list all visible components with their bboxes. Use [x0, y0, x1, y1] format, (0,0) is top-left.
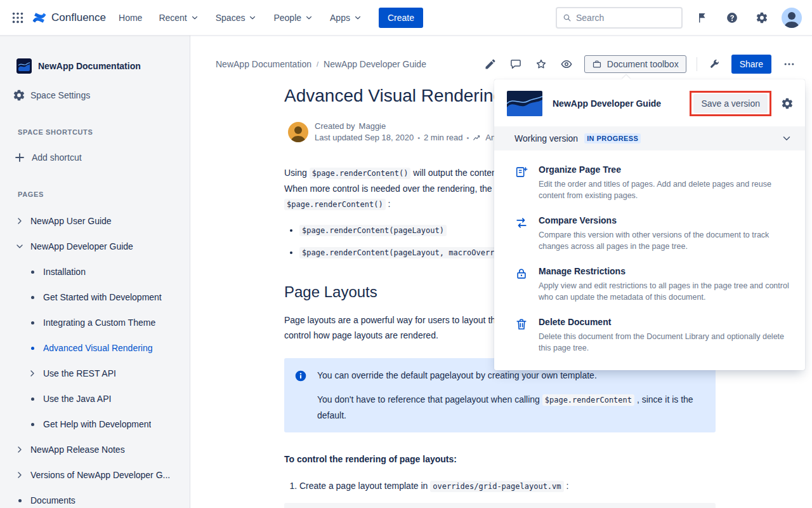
- bullet-icon: [27, 423, 38, 426]
- sidebar-item-get-started-with-development[interactable]: Get Started with Development: [0, 284, 190, 310]
- step-item: Create a page layout template in overrid…: [299, 478, 716, 494]
- sidebar-item-integrating-a-custom-theme[interactable]: Integrating a Custom Theme: [0, 310, 190, 335]
- pencil-icon: [484, 58, 497, 70]
- nav-people[interactable]: People: [273, 13, 313, 23]
- sidebar-item-documents[interactable]: Documents: [0, 488, 190, 508]
- space-shortcuts-header: SPACE SHORTCUTS: [0, 128, 190, 136]
- brand-name: Confluence: [51, 11, 106, 24]
- trash-icon: [514, 317, 528, 354]
- settings-button[interactable]: [752, 8, 772, 28]
- document-toolbox-button[interactable]: Document toolbox: [584, 55, 686, 73]
- addon-tool-button[interactable]: [707, 57, 721, 71]
- author-link[interactable]: Maggie: [359, 121, 386, 132]
- star-icon: [535, 58, 547, 70]
- app-switcher-button[interactable]: [8, 8, 28, 28]
- flag-icon: [696, 11, 709, 24]
- add-shortcut-link[interactable]: Add shortcut: [0, 145, 190, 170]
- page-tree: NewApp User Guide NewApp Developer Guide…: [0, 208, 190, 508]
- watch-button[interactable]: [559, 57, 574, 72]
- chevron-down-icon: [14, 241, 25, 251]
- inline-code: $page.renderContent(pageLayout, macroOve…: [299, 247, 520, 258]
- byline-meta: Created by Maggie Last updated Sep 18, 2…: [315, 121, 518, 144]
- sidebar-item-installation[interactable]: Installation: [0, 259, 190, 284]
- page-toolbar: NewApp Documentation / NewApp Developer …: [190, 36, 812, 74]
- search-box[interactable]: [556, 7, 683, 29]
- save-a-version-button[interactable]: Save a version: [693, 94, 768, 113]
- page-tree-icon: [514, 164, 528, 201]
- help-icon: [726, 11, 738, 24]
- comment-icon: [509, 58, 522, 70]
- code-block: 1 $grids.setup( ## Define styling inform…: [284, 503, 716, 508]
- nav-home[interactable]: Home: [119, 13, 142, 23]
- toolbox-item-delete-document[interactable]: Delete Document Delete this document fro…: [514, 317, 792, 354]
- inline-code: $page.renderContent(): [310, 168, 411, 179]
- popup-document-title: NewApp Developer Guide: [553, 98, 661, 109]
- user-avatar[interactable]: [782, 8, 802, 28]
- help-button[interactable]: [722, 8, 742, 28]
- popup-header: NewApp Developer Guide Save a version: [494, 79, 805, 126]
- wrench-icon: [709, 58, 720, 70]
- space-logo-icon: [16, 58, 32, 74]
- breadcrumb-space-link[interactable]: NewApp Documentation: [216, 59, 311, 69]
- more-actions-button[interactable]: [782, 57, 797, 72]
- edit-button[interactable]: [483, 57, 498, 72]
- sidebar-item-advanced-visual-rendering[interactable]: Advanced Visual Rendering: [0, 335, 190, 361]
- compare-icon: [514, 215, 528, 252]
- primary-nav: Home Recent Spaces People Apps: [119, 13, 362, 23]
- gear-icon: [13, 89, 25, 102]
- bullet-icon: [27, 296, 38, 299]
- sidebar-item-use-the-java-api[interactable]: Use the Java API: [0, 386, 190, 411]
- sidebar-item-newapp-developer-guide[interactable]: NewApp Developer Guide: [0, 234, 190, 259]
- inline-code: overrides/grid-pagelayout.vm: [430, 481, 563, 492]
- breadcrumb: NewApp Documentation / NewApp Developer …: [216, 59, 426, 69]
- chevron-down-icon: [304, 13, 313, 22]
- status-badge: IN PROGRESS: [584, 133, 641, 144]
- inline-code: $page.renderContent(pageLayout): [299, 225, 447, 236]
- annotation-highlight-box: Save a version: [690, 91, 771, 116]
- space-settings-link[interactable]: Space Settings: [0, 83, 190, 108]
- lock-icon: [514, 266, 528, 303]
- nav-recent[interactable]: Recent: [159, 13, 199, 23]
- nav-apps[interactable]: Apps: [330, 13, 362, 23]
- space-sidebar: NewApp Documentation Space Settings SPAC…: [0, 36, 190, 508]
- share-button[interactable]: Share: [731, 55, 771, 74]
- sidebar-item-versions-of-newapp-developer-guide[interactable]: Versions of NewApp Developer G...: [0, 462, 190, 488]
- pages-header: PAGES: [0, 190, 190, 198]
- breadcrumb-parent-link[interactable]: NewApp Developer Guide: [324, 59, 426, 69]
- sidebar-item-use-the-rest-api[interactable]: Use the REST API: [0, 361, 190, 386]
- sidebar-item-newapp-user-guide[interactable]: NewApp User Guide: [0, 208, 190, 234]
- confluence-home-link[interactable]: Confluence: [32, 10, 106, 25]
- create-button[interactable]: Create: [379, 8, 423, 28]
- document-thumbnail: [507, 91, 542, 116]
- breadcrumb-separator: /: [317, 60, 318, 68]
- bullet-icon: [14, 499, 25, 502]
- comment-button[interactable]: [508, 57, 523, 72]
- info-icon: [294, 370, 307, 423]
- bullet-icon: [27, 321, 38, 324]
- steps-list: Create a page layout template in overrid…: [288, 478, 716, 494]
- nav-spaces[interactable]: Spaces: [216, 13, 258, 23]
- toolbox-item-manage-restrictions[interactable]: Manage Restrictions Apply view and edit …: [514, 266, 792, 303]
- favorite-button[interactable]: [534, 57, 549, 72]
- toolbox-settings-button[interactable]: [780, 96, 795, 111]
- space-header[interactable]: NewApp Documentation: [0, 53, 190, 79]
- notifications-button[interactable]: [692, 8, 712, 28]
- sidebar-item-get-help-with-development[interactable]: Get Help with Development: [0, 411, 190, 437]
- chevron-right-icon: [14, 470, 25, 480]
- ellipsis-icon: [783, 58, 796, 70]
- top-navigation: Confluence Home Recent Spaces People App…: [0, 0, 812, 36]
- topnav-right-group: [556, 7, 802, 29]
- chevron-down-icon: [190, 13, 199, 22]
- toolbar-divider: [697, 57, 697, 71]
- sidebar-item-newapp-release-notes[interactable]: NewApp Release Notes: [0, 437, 190, 462]
- space-name: NewApp Documentation: [38, 61, 141, 71]
- search-input[interactable]: [576, 13, 676, 23]
- chevron-right-icon: [27, 368, 38, 378]
- toolbox-icon: [592, 59, 602, 69]
- toolbox-item-compare-versions[interactable]: Compare Versions Compare this version wi…: [514, 215, 792, 252]
- working-version-bar[interactable]: Working version IN PROGRESS: [494, 126, 805, 150]
- toolbox-item-organize-page-tree[interactable]: Organize Page Tree Edit the order and ti…: [514, 164, 792, 201]
- author-avatar[interactable]: [288, 122, 308, 142]
- chevron-down-icon: [781, 133, 792, 144]
- grid-icon: [11, 11, 25, 25]
